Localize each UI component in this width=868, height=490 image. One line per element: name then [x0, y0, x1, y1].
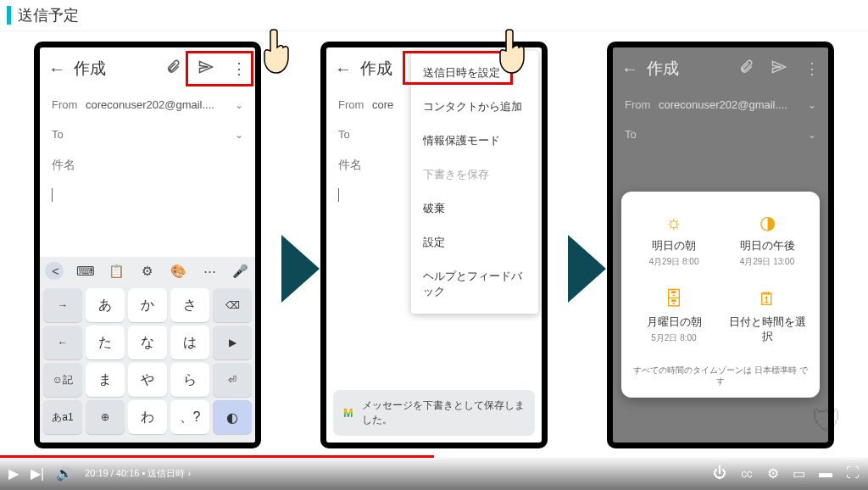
schedule-option-tomorrow-morning[interactable]: ☼ 明日の朝 4月29日 8:00 — [630, 205, 718, 275]
overflow-menu-icon[interactable]: ⋮ — [231, 59, 247, 78]
overflow-menu-panel: 送信日時を設定 コンタクトから追加 情報保護モード 下書きを保存 破棄 設定 ヘ… — [411, 51, 538, 314]
flow-arrow-icon — [568, 235, 606, 303]
autoplay-toggle-icon[interactable]: ⏻ — [713, 465, 726, 481]
schedule-option-time: 4月29日 13:00 — [726, 256, 808, 268]
key-enter[interactable]: ⏎ — [213, 363, 252, 397]
from-label: From — [338, 98, 372, 111]
from-row: From coreconuser202@gmail.... ⌄ — [613, 90, 828, 120]
page-title: 送信予定 — [18, 5, 79, 25]
to-label: To — [52, 128, 86, 141]
back-icon[interactable]: ← — [621, 59, 638, 79]
soft-keyboard: < ⌨ 📋 ⚙ 🎨 ⋯ 🎤 → あ か さ ⌫ ← た — [40, 257, 255, 443]
key-backspace[interactable]: ⌫ — [213, 288, 252, 322]
schedule-option-title: 明日の午後 — [726, 239, 808, 253]
key-next[interactable]: ▶ — [213, 326, 252, 359]
from-value: coreconuser202@gmail.... — [659, 98, 808, 111]
next-icon[interactable]: ▶| — [31, 465, 44, 482]
gmail-icon: M — [343, 406, 353, 420]
key-ha[interactable]: は — [170, 326, 209, 359]
kbd-clipboard-icon[interactable]: 📋 — [107, 264, 125, 279]
settings-gear-icon[interactable]: ⚙ — [767, 465, 779, 482]
chevron-right-icon[interactable]: › — [187, 468, 191, 478]
kbd-mic-icon[interactable]: 🎤 — [231, 264, 250, 279]
key-confirm[interactable]: ◐ — [213, 400, 252, 434]
send-icon[interactable] — [771, 58, 787, 80]
kbd-input-method-icon[interactable]: ⌨ — [76, 264, 95, 279]
chevron-down-icon: ⌄ — [808, 99, 816, 111]
compose-toolbar: ← 作成 ⋮ — [40, 47, 255, 90]
to-row[interactable]: To ⌄ — [40, 120, 255, 149]
theater-mode-icon[interactable]: ▬ — [819, 465, 832, 481]
keyboard-toolbar: < ⌨ 📋 ⚙ 🎨 ⋯ 🎤 — [40, 257, 255, 285]
phone-overflow-menu: ← 作成 From core To 件名 送信日時を設定 コンタクトから追加 情… — [320, 42, 548, 448]
key-ra[interactable]: ら — [170, 363, 209, 397]
attach-icon[interactable] — [738, 59, 754, 79]
kbd-collapse-icon[interactable]: < — [45, 262, 64, 280]
compose-title: 作成 — [74, 58, 148, 80]
kbd-theme-icon[interactable]: 🎨 — [170, 264, 188, 279]
schedule-option-title: 日付と時間を選択 — [726, 315, 808, 344]
body-field[interactable] — [40, 181, 255, 212]
key-mode[interactable]: あa1 — [43, 400, 82, 434]
from-label: From — [625, 98, 659, 111]
menu-save-draft: 下書きを保存 — [411, 158, 538, 192]
menu-discard[interactable]: 破棄 — [411, 192, 538, 226]
captions-icon[interactable]: ㏄ — [740, 465, 754, 482]
video-controls: ▶ ▶| 🔊 20:19 / 40:16 • 送信日時 › ⏻ ㏄ ⚙ ▭ ▬ … — [0, 456, 868, 490]
briefcase-icon: 🗄 — [633, 288, 715, 310]
overflow-menu-icon[interactable]: ⋮ — [804, 59, 820, 78]
phone-schedule-picker: ← 作成 ⋮ From coreconuser202@gmail.... ⌄ T… — [607, 42, 834, 448]
fullscreen-icon[interactable]: ⛶ — [846, 465, 860, 481]
from-label: From — [52, 98, 86, 111]
header-accent-bar — [7, 6, 11, 25]
menu-help-feedback[interactable]: ヘルプとフィードバック — [411, 259, 538, 309]
key-ka[interactable]: か — [128, 288, 167, 322]
from-value: coreconuser202@gmail.... — [86, 98, 235, 111]
miniplayer-icon[interactable]: ▭ — [793, 465, 805, 482]
from-row[interactable]: From coreconuser202@gmail.... ⌄ — [40, 90, 255, 120]
key-wa[interactable]: わ — [128, 400, 167, 434]
key-ya[interactable]: や — [128, 363, 167, 397]
play-icon[interactable]: ▶ — [8, 465, 19, 482]
to-row: To ⌄ — [613, 120, 828, 149]
key-ma[interactable]: ま — [86, 363, 125, 397]
menu-confidential-mode[interactable]: 情報保護モード — [411, 124, 538, 158]
attach-icon[interactable] — [165, 59, 181, 79]
stage: ← 作成 ⋮ From coreconuser202@gmail.... ⌄ T… — [0, 31, 868, 464]
key-globe[interactable]: ⊕ — [86, 400, 125, 434]
key-na[interactable]: な — [128, 326, 167, 359]
key-a[interactable]: あ — [86, 288, 125, 322]
video-current-time: 20:19 — [85, 468, 108, 478]
sun-icon: ☼ — [633, 212, 715, 234]
schedule-option-title: 月曜日の朝 — [633, 315, 715, 330]
pointer-hand-icon — [259, 25, 293, 79]
key-cursor-left[interactable]: ← — [43, 326, 82, 359]
chevron-down-icon: ⌄ — [808, 129, 816, 141]
send-icon[interactable] — [198, 58, 214, 80]
sun-half-icon: ◑ — [726, 212, 808, 234]
key-emoji[interactable]: ☺記 — [43, 363, 82, 397]
pointer-hand-icon — [495, 25, 529, 79]
schedule-option-pick-datetime[interactable]: 🗓 日付と時間を選択 — [723, 281, 811, 354]
schedule-option-monday-morning[interactable]: 🗄 月曜日の朝 5月2日 8:00 — [630, 281, 718, 354]
video-total-time: 40:16 — [116, 468, 140, 478]
page-header: 送信予定 — [0, 0, 868, 31]
key-sa[interactable]: さ — [170, 288, 209, 322]
video-time: 20:19 / 40:16 • 送信日時 › — [85, 467, 191, 480]
chevron-down-icon: ⌄ — [235, 99, 243, 111]
key-punct[interactable]: 、? — [170, 400, 209, 434]
to-label: To — [625, 128, 659, 141]
schedule-option-tomorrow-afternoon[interactable]: ◑ 明日の午後 4月29日 13:00 — [723, 205, 811, 275]
volume-icon[interactable]: 🔊 — [56, 465, 73, 482]
phone-compose-initial: ← 作成 ⋮ From coreconuser202@gmail.... ⌄ T… — [34, 42, 261, 448]
kbd-settings-icon[interactable]: ⚙ — [138, 264, 157, 279]
subject-field[interactable]: 件名 — [40, 149, 255, 181]
kbd-more-icon[interactable]: ⋯ — [200, 264, 219, 279]
menu-settings[interactable]: 設定 — [411, 226, 538, 259]
menu-add-from-contacts[interactable]: コンタクトから追加 — [411, 90, 538, 124]
back-icon[interactable]: ← — [48, 59, 65, 79]
snackbar-draft-saved: M メッセージを下書きとして保存しました。 — [333, 390, 535, 436]
key-cursor-right[interactable]: → — [43, 288, 82, 322]
key-ta[interactable]: た — [86, 326, 125, 359]
back-icon[interactable]: ← — [335, 59, 352, 79]
